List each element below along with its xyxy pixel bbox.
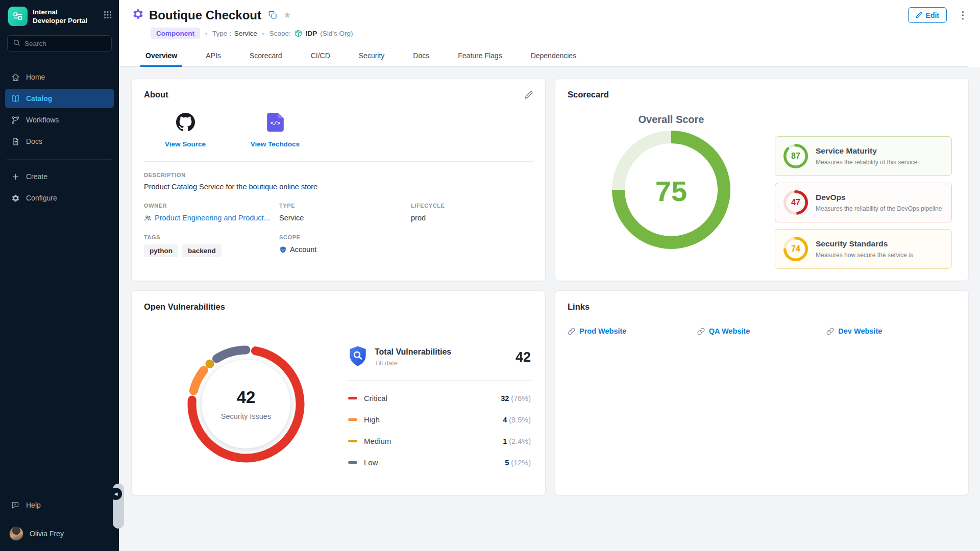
sidebar-collapse-handle[interactable]: ◀: [113, 484, 124, 529]
collapse-arrow-icon: ◀: [110, 488, 122, 500]
search-input[interactable]: [24, 40, 106, 47]
sidebar-item-help[interactable]: ? Help: [5, 495, 114, 515]
dev-website-link[interactable]: Dev Website: [826, 327, 956, 335]
content-grid: About View Source: [119, 67, 980, 551]
tab-apis[interactable]: APIs: [205, 45, 222, 66]
security-standards-ring: 74: [783, 237, 808, 261]
security-issues-count: 42: [237, 388, 256, 407]
type-field: TYPE Service: [279, 203, 411, 222]
sidebar-item-home[interactable]: Home: [5, 67, 114, 87]
scorecard-item-security-standards[interactable]: 74 Security Standards Measures how secur…: [775, 229, 952, 269]
till-date-label: Till date: [375, 359, 451, 367]
legend-row-high: High 4 (9.5%): [348, 415, 531, 424]
tab-cicd[interactable]: CI/CD: [310, 45, 331, 66]
scorecard-item-devops[interactable]: 47 DevOps Measures the reliability of th…: [775, 183, 952, 222]
about-edit-pencil-icon[interactable]: [525, 91, 533, 99]
page-title: Boutique Checkout: [149, 8, 261, 22]
qa-website-link[interactable]: QA Website: [697, 327, 827, 335]
app-logo-icon: [8, 7, 28, 26]
view-source-link[interactable]: View Source: [152, 113, 218, 148]
main-area: Boutique Checkout ★ Edit ⋮ Component: [119, 0, 980, 551]
sidebar-item-catalog[interactable]: Catalog: [5, 89, 114, 108]
scorecard-title: Scorecard: [568, 90, 609, 99]
sidebar-item-workflows[interactable]: Workflows: [5, 110, 114, 130]
overall-score-donut: 75: [612, 131, 730, 251]
search-icon: [13, 39, 20, 48]
plus-icon: [11, 172, 20, 181]
tab-bar: Overview APIs Scorecard CI/CD Security D…: [119, 45, 968, 67]
sidebar-item-configure[interactable]: Configure: [5, 188, 114, 208]
high-swatch: [348, 418, 357, 421]
techdocs-icon: </>: [267, 113, 284, 134]
tags-field: TAGS python backend: [144, 234, 279, 257]
entity-type: Type : Service: [212, 30, 257, 37]
docs-icon: [11, 137, 20, 146]
owner-group-icon: [144, 214, 152, 222]
vulnerabilities-donut: 42 Security Issues: [182, 340, 310, 468]
scorecard-card: Scorecard Overall Score 75: [555, 78, 969, 281]
component-gear-icon: [132, 8, 144, 22]
medium-swatch: [348, 440, 357, 442]
description-value: Product Catalog Service for the boutique…: [144, 183, 533, 191]
app-root: Internal Developer Portal Home: [0, 0, 980, 551]
sidebar-divider: [7, 159, 112, 160]
sidebar-search[interactable]: [7, 35, 112, 52]
owner-link[interactable]: Product Engineering and Product...: [155, 214, 270, 222]
svg-text:?: ?: [14, 503, 16, 506]
vulnerabilities-card: Open Vulnerabilities 42 Security Issues: [131, 290, 546, 495]
catalog-icon: [11, 94, 20, 103]
security-issues-label: Security Issues: [221, 412, 271, 420]
home-icon: [11, 73, 20, 82]
legend-row-medium: Medium 1 (2.4%): [348, 437, 531, 445]
tab-dependencies[interactable]: Dependencies: [530, 45, 578, 66]
apps-grid-icon[interactable]: [104, 11, 112, 19]
owner-field: OWNER Product Engineering and Product...: [144, 203, 279, 222]
scope-field: SCOPE Account: [279, 234, 411, 257]
github-icon: [176, 113, 195, 134]
description-label: DESCRIPTION: [144, 172, 533, 178]
tab-scorecard[interactable]: Scorecard: [249, 45, 283, 66]
about-card: About View Source: [131, 78, 546, 281]
tag-chip[interactable]: python: [144, 244, 178, 257]
about-title: About: [144, 90, 168, 99]
breadcrumb: Component Type : Service Scope: IDP (Sid…: [151, 28, 968, 39]
entity-kind-badge: Component: [151, 28, 200, 39]
legend-row-low: Low 5 (12%): [348, 458, 531, 467]
star-icon[interactable]: ★: [283, 11, 291, 19]
vulnerability-legend: Critical 32 (76%) High 4 (9.5%): [348, 394, 531, 467]
service-maturity-ring: 87: [783, 144, 808, 168]
sidebar-item-docs[interactable]: Docs: [5, 132, 114, 151]
tab-feature-flags[interactable]: Feature Flags: [457, 45, 503, 66]
kebab-menu-icon[interactable]: ⋮: [958, 10, 968, 20]
total-vulnerabilities-label: Total Vulnerabilities: [375, 347, 451, 357]
sidebar-divider: [7, 518, 112, 518]
view-techdocs-link[interactable]: </> View Techdocs: [242, 113, 308, 148]
critical-swatch: [348, 397, 357, 399]
links-title: Links: [568, 302, 590, 312]
overall-score-value: 75: [655, 174, 687, 208]
edit-button[interactable]: Edit: [908, 7, 947, 23]
total-vulnerabilities-value: 42: [516, 349, 531, 365]
help-icon: ?: [11, 501, 20, 510]
account-shield-icon: [279, 246, 287, 254]
tab-security[interactable]: Security: [358, 45, 386, 66]
copy-icon[interactable]: [268, 11, 277, 19]
link-icon: [697, 328, 705, 335]
devops-ring: 47: [783, 190, 808, 215]
sidebar-divider: [7, 60, 112, 60]
sidebar: Internal Developer Portal Home: [0, 0, 119, 551]
tab-docs[interactable]: Docs: [412, 45, 430, 66]
tag-chip[interactable]: backend: [182, 244, 222, 257]
links-card: Links Prod Website QA Website Dev Websit…: [555, 290, 969, 495]
legend-row-critical: Critical 32 (76%): [348, 394, 531, 403]
sidebar-item-create[interactable]: Create: [5, 167, 114, 186]
app-title: Internal Developer Portal: [33, 7, 104, 26]
prod-website-link[interactable]: Prod Website: [568, 327, 697, 335]
user-name: Olivia Frey: [30, 530, 64, 538]
scorecard-item-service-maturity[interactable]: 87 Service Maturity Measures the reliabi…: [775, 136, 952, 176]
sidebar-header: Internal Developer Portal: [0, 0, 119, 26]
user-menu[interactable]: Olivia Frey: [5, 521, 114, 546]
avatar: [9, 527, 23, 541]
tab-overview[interactable]: Overview: [144, 45, 178, 66]
vulnerabilities-title: Open Vulnerabilities: [144, 302, 225, 312]
